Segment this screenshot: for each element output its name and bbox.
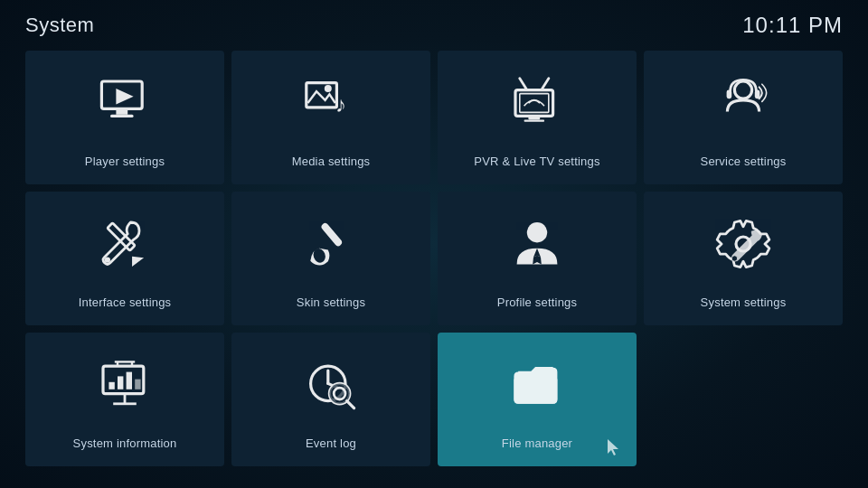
tile-system-information[interactable]: System information <box>25 333 224 466</box>
svg-line-43 <box>347 400 354 408</box>
media-settings-label: Media settings <box>292 155 371 170</box>
settings-grid: Player settings ♪ Media settings <box>0 47 868 481</box>
svg-marker-19 <box>127 251 144 268</box>
tile-media-settings[interactable]: ♪ Media settings <box>231 51 430 184</box>
svg-point-22 <box>527 222 547 242</box>
svg-point-14 <box>734 81 751 99</box>
svg-rect-1 <box>116 110 127 115</box>
svg-rect-13 <box>524 119 544 121</box>
svg-line-10 <box>520 78 527 89</box>
system-settings-icon <box>644 192 843 296</box>
service-settings-label: Service settings <box>701 155 787 170</box>
interface-settings-label: Interface settings <box>79 296 172 311</box>
tile-skin-settings[interactable]: Skin settings <box>231 192 430 325</box>
event-log-icon <box>231 333 430 436</box>
system-page: System 10:11 PM Player settings <box>0 0 868 488</box>
svg-point-6 <box>325 85 332 92</box>
svg-rect-15 <box>727 89 732 99</box>
page-title: System <box>25 14 94 37</box>
svg-rect-9 <box>520 93 549 112</box>
player-settings-label: Player settings <box>85 155 165 170</box>
system-settings-label: System settings <box>701 296 787 311</box>
tile-interface-settings[interactable]: Interface settings <box>25 192 224 325</box>
svg-rect-35 <box>127 371 132 389</box>
svg-rect-16 <box>755 89 760 99</box>
pvr-settings-icon <box>438 51 637 155</box>
clock: 10:11 PM <box>742 13 843 38</box>
file-manager-label: File manager <box>502 436 572 452</box>
svg-rect-20 <box>320 221 344 247</box>
skin-settings-label: Skin settings <box>297 296 365 311</box>
svg-rect-36 <box>135 379 140 389</box>
svg-rect-12 <box>528 116 540 119</box>
header: System 10:11 PM <box>0 0 868 47</box>
tile-pvr-settings[interactable]: PVR & Live TV settings <box>438 51 637 184</box>
svg-text:♪: ♪ <box>335 91 346 116</box>
svg-rect-18 <box>108 222 136 250</box>
tile-service-settings[interactable]: Service settings <box>644 51 843 184</box>
system-information-icon <box>25 333 224 436</box>
interface-settings-icon <box>25 192 224 296</box>
svg-point-17 <box>105 257 110 262</box>
skin-settings-icon <box>231 192 430 296</box>
tile-player-settings[interactable]: Player settings <box>25 51 224 184</box>
tile-event-log[interactable]: Event log <box>231 333 430 466</box>
media-settings-icon: ♪ <box>231 51 430 155</box>
svg-line-11 <box>542 78 549 89</box>
svg-rect-2 <box>110 114 134 117</box>
pvr-settings-label: PVR & Live TV settings <box>474 155 599 170</box>
tile-empty <box>644 333 843 466</box>
file-manager-icon <box>438 333 637 436</box>
profile-settings-icon <box>438 192 637 296</box>
profile-settings-label: Profile settings <box>497 296 577 311</box>
tile-file-manager[interactable]: File manager <box>438 333 637 466</box>
svg-marker-3 <box>116 89 133 105</box>
event-log-label: Event log <box>306 436 356 452</box>
svg-rect-34 <box>118 376 123 389</box>
svg-rect-33 <box>108 381 114 389</box>
system-information-label: System information <box>73 436 177 452</box>
svg-marker-44 <box>608 439 618 455</box>
svg-point-26 <box>731 255 737 260</box>
player-settings-icon <box>25 51 224 155</box>
service-settings-icon <box>644 51 843 155</box>
tile-profile-settings[interactable]: Profile settings <box>438 192 637 325</box>
tile-system-settings[interactable]: System settings <box>644 192 843 325</box>
